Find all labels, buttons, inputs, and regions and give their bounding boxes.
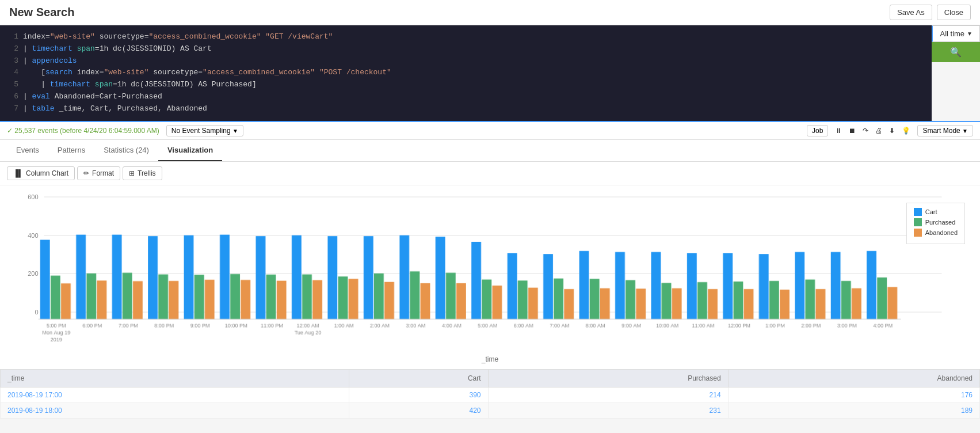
sampling-dropdown-icon: ▼ xyxy=(232,128,238,134)
table-body: 2019-08-19 17:00 390 214 176 2019-08-19 … xyxy=(1,387,980,418)
table-row: 2019-08-19 17:00 390 214 176 xyxy=(1,387,980,402)
cell-cart: 390 xyxy=(349,387,488,402)
status-right: Job ⏸ ⏹ ↷ 🖨 ⬇ 💡 Smart Mode ▼ xyxy=(807,125,973,136)
legend-abandoned-label: Abandoned xyxy=(925,229,958,236)
legend-purchased-label: Purchased xyxy=(925,219,956,226)
close-button[interactable]: Close xyxy=(937,5,971,20)
share-icon[interactable]: ↷ xyxy=(863,127,868,135)
dropdown-arrow-icon: ▼ xyxy=(967,31,973,37)
cell-cart: 420 xyxy=(349,402,488,418)
col-header-abandoned: Abandoned xyxy=(728,369,979,387)
legend-purchased: Purchased xyxy=(914,218,958,226)
chart-wrapper: 600 400 200 0 Cart Purchased Abandoned xyxy=(9,191,971,354)
format-icon: ✏ xyxy=(83,169,89,177)
data-table-container: _time Cart Purchased Abandoned 2019-08-1… xyxy=(0,369,980,419)
format-button[interactable]: ✏ Format xyxy=(77,166,120,180)
smart-mode-button[interactable]: Smart Mode ▼ xyxy=(917,125,973,136)
cell-time: 2019-08-19 17:00 xyxy=(1,387,349,402)
events-count: ✓ 25,537 events (before 4/24/20 6:04:59.… xyxy=(7,127,159,135)
cart-color-swatch xyxy=(914,208,922,216)
search-icon: 🔍 xyxy=(950,47,962,57)
data-table: _time Cart Purchased Abandoned 2019-08-1… xyxy=(0,369,980,419)
cell-purchased: 231 xyxy=(488,402,728,418)
header-actions: Save As Close xyxy=(890,5,971,20)
cell-abandoned: 176 xyxy=(728,387,979,402)
x-axis-label: _time xyxy=(9,355,971,363)
search-row: 1 index="web-site" sourcetype="access_co… xyxy=(0,25,980,122)
tab-statistics[interactable]: Statistics (24) xyxy=(94,140,158,161)
code-line-3: 3 | appendcols xyxy=(9,55,922,67)
smart-mode-dropdown-icon: ▼ xyxy=(962,128,968,134)
chart-area: 600 400 200 0 Cart Purchased Abandoned xyxy=(0,185,980,369)
visualization-toolbar: ▐▌ Column Chart ✏ Format ⊞ Trellis xyxy=(0,162,980,185)
tab-patterns[interactable]: Patterns xyxy=(48,140,94,161)
code-line-1: 1 index="web-site" sourcetype="access_co… xyxy=(9,31,922,43)
tab-visualization[interactable]: Visualization xyxy=(158,140,222,161)
legend-cart: Cart xyxy=(914,208,958,216)
col-header-purchased: Purchased xyxy=(488,369,728,387)
header: New Search Save As Close xyxy=(0,0,980,25)
col-header-cart: Cart xyxy=(349,369,488,387)
status-bar: ✓ 25,537 events (before 4/24/20 6:04:59.… xyxy=(0,122,980,140)
main-chart-canvas xyxy=(9,191,971,355)
status-left: ✓ 25,537 events (before 4/24/20 6:04:59.… xyxy=(7,125,243,136)
table-header-row: _time Cart Purchased Abandoned xyxy=(1,369,980,387)
cell-abandoned: 189 xyxy=(728,402,979,418)
job-button[interactable]: Job xyxy=(807,125,828,136)
code-line-7: 7 | table _time, Cart, Purchased, Abando… xyxy=(9,103,922,115)
time-picker[interactable]: All time ▼ xyxy=(932,25,980,42)
legend-abandoned: Abandoned xyxy=(914,229,958,237)
column-chart-icon: ▐▌ xyxy=(13,169,23,177)
code-line-2: 2 | timechart span=1h dc(JSESSIONID) AS … xyxy=(9,43,922,55)
code-line-5: 5 | timechart span=1h dc(JSESSIONID) AS … xyxy=(9,79,922,91)
save-as-button[interactable]: Save As xyxy=(890,5,932,20)
trellis-button[interactable]: ⊞ Trellis xyxy=(123,166,162,180)
cell-purchased: 214 xyxy=(488,387,728,402)
tabs: Events Patterns Statistics (24) Visualiz… xyxy=(0,140,980,162)
search-button[interactable]: 🔍 xyxy=(932,42,980,62)
legend-cart-label: Cart xyxy=(925,208,937,215)
code-line-6: 6 | eval Abandoned=Cart-Purchased xyxy=(9,91,922,103)
page-title: New Search xyxy=(9,6,74,19)
trellis-icon: ⊞ xyxy=(129,169,135,177)
chart-legend: Cart Purchased Abandoned xyxy=(906,203,965,244)
export-icon[interactable]: ⬇ xyxy=(889,127,895,135)
code-line-4: 4 [search index="web-site" sourcetype="a… xyxy=(9,67,922,79)
print-icon[interactable]: 🖨 xyxy=(875,127,882,135)
pause-icon[interactable]: ⏸ xyxy=(835,127,842,135)
search-editor[interactable]: 1 index="web-site" sourcetype="access_co… xyxy=(0,25,932,121)
stop-icon[interactable]: ⏹ xyxy=(849,127,856,135)
sampling-button[interactable]: No Event Sampling ▼ xyxy=(166,125,243,136)
search-controls: All time ▼ 🔍 xyxy=(932,25,980,121)
abandoned-color-swatch xyxy=(914,229,922,237)
purchased-color-swatch xyxy=(914,218,922,226)
cell-time: 2019-08-19 18:00 xyxy=(1,402,349,418)
col-header-time: _time xyxy=(1,369,349,387)
table-row: 2019-08-19 18:00 420 231 189 xyxy=(1,402,980,418)
bulb-icon: 💡 xyxy=(902,127,910,135)
column-chart-button[interactable]: ▐▌ Column Chart xyxy=(7,166,75,180)
tab-events[interactable]: Events xyxy=(7,140,48,161)
